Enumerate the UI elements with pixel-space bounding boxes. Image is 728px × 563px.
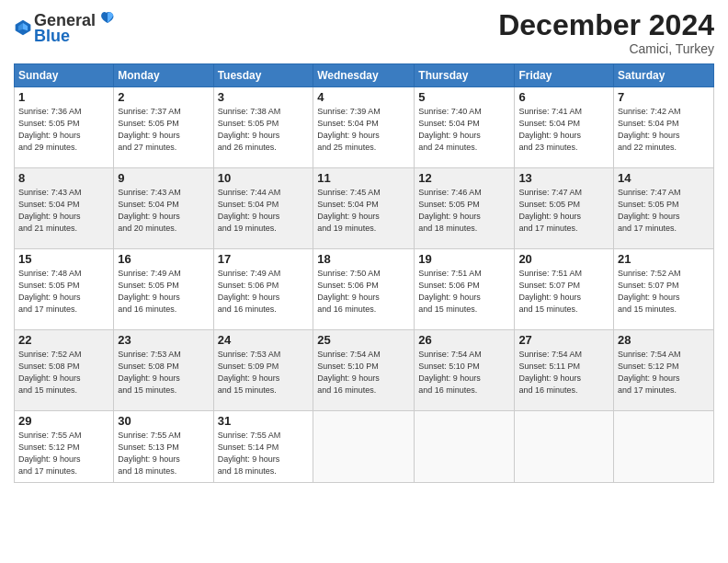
day-detail: Sunrise: 7:37 AMSunset: 5:05 PMDaylight:… — [118, 106, 209, 154]
day-number: 21 — [618, 252, 710, 266]
day-number: 19 — [418, 252, 510, 266]
calendar-cell: 31Sunrise: 7:55 AMSunset: 5:14 PMDayligh… — [213, 411, 313, 483]
calendar-cell: 19Sunrise: 7:51 AMSunset: 5:06 PMDayligh… — [415, 249, 515, 330]
calendar-cell — [515, 411, 614, 483]
calendar-cell: 24Sunrise: 7:53 AMSunset: 5:09 PMDayligh… — [213, 330, 313, 411]
calendar-cell: 8Sunrise: 7:43 AMSunset: 5:04 PMDaylight… — [15, 168, 114, 249]
weekday-header: Sunday — [15, 64, 114, 87]
day-number: 15 — [18, 252, 109, 266]
month-title: December 2024 — [498, 9, 714, 41]
calendar-cell: 29Sunrise: 7:55 AMSunset: 5:12 PMDayligh… — [15, 411, 114, 483]
day-detail: Sunrise: 7:36 AMSunset: 5:05 PMDaylight:… — [18, 106, 109, 154]
day-detail: Sunrise: 7:41 AMSunset: 5:04 PMDaylight:… — [518, 106, 609, 154]
day-number: 7 — [618, 90, 710, 104]
day-number: 12 — [418, 171, 510, 185]
calendar-cell — [415, 411, 515, 483]
day-detail: Sunrise: 7:49 AMSunset: 5:06 PMDaylight:… — [218, 268, 310, 316]
day-detail: Sunrise: 7:46 AMSunset: 5:05 PMDaylight:… — [418, 187, 510, 235]
day-number: 22 — [18, 333, 109, 347]
day-number: 6 — [518, 90, 609, 104]
weekday-header: Monday — [114, 64, 213, 87]
day-number: 14 — [618, 171, 710, 185]
calendar-cell: 9Sunrise: 7:43 AMSunset: 5:04 PMDaylight… — [114, 168, 213, 249]
calendar-cell: 15Sunrise: 7:48 AMSunset: 5:05 PMDayligh… — [15, 249, 114, 330]
calendar-cell: 3Sunrise: 7:38 AMSunset: 5:05 PMDaylight… — [213, 87, 313, 168]
calendar-cell: 18Sunrise: 7:50 AMSunset: 5:06 PMDayligh… — [313, 249, 415, 330]
day-detail: Sunrise: 7:54 AMSunset: 5:10 PMDaylight:… — [418, 349, 510, 396]
day-detail: Sunrise: 7:50 AMSunset: 5:06 PMDaylight:… — [317, 268, 410, 316]
weekday-header: Wednesday — [313, 64, 415, 87]
calendar-cell: 16Sunrise: 7:49 AMSunset: 5:05 PMDayligh… — [114, 249, 213, 330]
day-detail: Sunrise: 7:47 AMSunset: 5:05 PMDaylight:… — [518, 187, 609, 235]
day-detail: Sunrise: 7:51 AMSunset: 5:06 PMDaylight:… — [418, 268, 510, 316]
calendar-cell: 12Sunrise: 7:46 AMSunset: 5:05 PMDayligh… — [415, 168, 515, 249]
calendar-cell: 22Sunrise: 7:52 AMSunset: 5:08 PMDayligh… — [15, 330, 114, 411]
day-detail: Sunrise: 7:52 AMSunset: 5:07 PMDaylight:… — [618, 268, 710, 316]
weekday-header: Tuesday — [213, 64, 313, 87]
calendar-cell: 27Sunrise: 7:54 AMSunset: 5:11 PMDayligh… — [515, 330, 614, 411]
day-detail: Sunrise: 7:52 AMSunset: 5:08 PMDaylight:… — [18, 349, 109, 396]
day-detail: Sunrise: 7:43 AMSunset: 5:04 PMDaylight:… — [118, 187, 209, 235]
day-number: 28 — [618, 333, 710, 347]
calendar: SundayMondayTuesdayWednesdayThursdayFrid… — [14, 63, 714, 483]
calendar-cell: 30Sunrise: 7:55 AMSunset: 5:13 PMDayligh… — [114, 411, 213, 483]
day-number: 26 — [418, 333, 510, 347]
day-number: 24 — [218, 333, 310, 347]
day-detail: Sunrise: 7:55 AMSunset: 5:13 PMDaylight:… — [118, 430, 209, 477]
day-detail: Sunrise: 7:39 AMSunset: 5:04 PMDaylight:… — [317, 106, 410, 154]
logo: General Blue — [14, 9, 116, 46]
weekday-header: Friday — [515, 64, 614, 87]
day-number: 29 — [18, 414, 109, 428]
calendar-cell: 23Sunrise: 7:53 AMSunset: 5:08 PMDayligh… — [114, 330, 213, 411]
weekday-header: Thursday — [415, 64, 515, 87]
calendar-cell — [614, 411, 714, 483]
calendar-cell — [313, 411, 415, 483]
day-number: 9 — [118, 171, 209, 185]
day-detail: Sunrise: 7:40 AMSunset: 5:04 PMDaylight:… — [418, 106, 510, 154]
day-number: 25 — [317, 333, 410, 347]
day-number: 1 — [18, 90, 109, 104]
day-number: 3 — [218, 90, 310, 104]
day-detail: Sunrise: 7:43 AMSunset: 5:04 PMDaylight:… — [18, 187, 109, 235]
day-detail: Sunrise: 7:53 AMSunset: 5:08 PMDaylight:… — [118, 349, 209, 396]
calendar-cell: 7Sunrise: 7:42 AMSunset: 5:04 PMDaylight… — [614, 87, 714, 168]
calendar-cell: 5Sunrise: 7:40 AMSunset: 5:04 PMDaylight… — [415, 87, 515, 168]
calendar-cell: 17Sunrise: 7:49 AMSunset: 5:06 PMDayligh… — [213, 249, 313, 330]
day-number: 30 — [118, 414, 209, 428]
logo-icon — [14, 18, 32, 37]
day-number: 2 — [118, 90, 209, 104]
day-detail: Sunrise: 7:47 AMSunset: 5:05 PMDaylight:… — [618, 187, 710, 235]
day-number: 11 — [317, 171, 410, 185]
day-detail: Sunrise: 7:54 AMSunset: 5:12 PMDaylight:… — [618, 349, 710, 396]
day-detail: Sunrise: 7:42 AMSunset: 5:04 PMDaylight:… — [618, 106, 710, 154]
day-number: 8 — [18, 171, 109, 185]
day-number: 31 — [218, 414, 310, 428]
calendar-cell: 11Sunrise: 7:45 AMSunset: 5:04 PMDayligh… — [313, 168, 415, 249]
page: General Blue December 2024 Camici, Turke… — [0, 0, 728, 563]
calendar-cell: 28Sunrise: 7:54 AMSunset: 5:12 PMDayligh… — [614, 330, 714, 411]
calendar-cell: 4Sunrise: 7:39 AMSunset: 5:04 PMDaylight… — [313, 87, 415, 168]
day-number: 17 — [218, 252, 310, 266]
title-section: December 2024 Camici, Turkey — [498, 9, 714, 56]
day-detail: Sunrise: 7:44 AMSunset: 5:04 PMDaylight:… — [218, 187, 310, 235]
day-number: 10 — [218, 171, 310, 185]
calendar-cell: 10Sunrise: 7:44 AMSunset: 5:04 PMDayligh… — [213, 168, 313, 249]
day-number: 13 — [518, 171, 609, 185]
day-detail: Sunrise: 7:54 AMSunset: 5:11 PMDaylight:… — [518, 349, 609, 396]
day-detail: Sunrise: 7:45 AMSunset: 5:04 PMDaylight:… — [317, 187, 410, 235]
calendar-cell: 13Sunrise: 7:47 AMSunset: 5:05 PMDayligh… — [515, 168, 614, 249]
day-detail: Sunrise: 7:54 AMSunset: 5:10 PMDaylight:… — [317, 349, 410, 396]
day-number: 20 — [518, 252, 609, 266]
day-detail: Sunrise: 7:53 AMSunset: 5:09 PMDaylight:… — [218, 349, 310, 396]
day-number: 27 — [518, 333, 609, 347]
day-number: 23 — [118, 333, 209, 347]
calendar-cell: 26Sunrise: 7:54 AMSunset: 5:10 PMDayligh… — [415, 330, 515, 411]
calendar-cell: 1Sunrise: 7:36 AMSunset: 5:05 PMDaylight… — [15, 87, 114, 168]
day-detail: Sunrise: 7:38 AMSunset: 5:05 PMDaylight:… — [218, 106, 310, 154]
calendar-cell: 20Sunrise: 7:51 AMSunset: 5:07 PMDayligh… — [515, 249, 614, 330]
day-detail: Sunrise: 7:49 AMSunset: 5:05 PMDaylight:… — [118, 268, 209, 316]
weekday-header: Saturday — [614, 64, 714, 87]
day-detail: Sunrise: 7:48 AMSunset: 5:05 PMDaylight:… — [18, 268, 109, 316]
calendar-cell: 2Sunrise: 7:37 AMSunset: 5:05 PMDaylight… — [114, 87, 213, 168]
day-number: 16 — [118, 252, 209, 266]
